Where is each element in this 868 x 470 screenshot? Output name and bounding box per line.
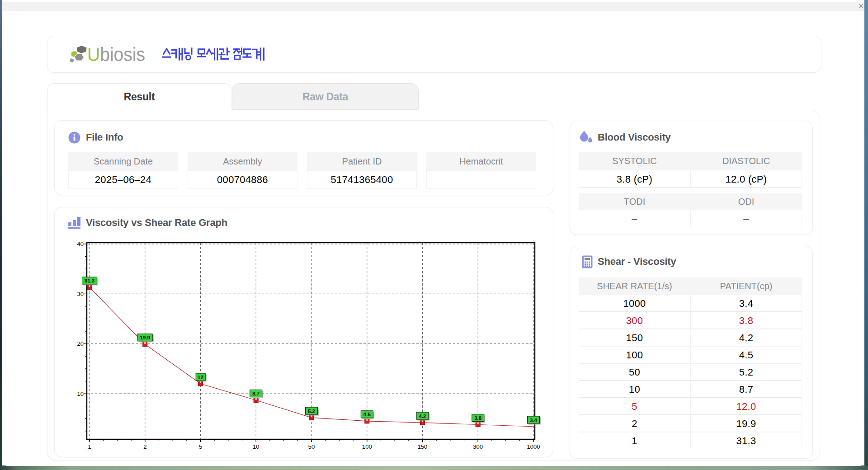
svg-text:100: 100 — [362, 443, 372, 450]
svg-text:4.2: 4.2 — [419, 414, 426, 419]
svg-text:3.8: 3.8 — [474, 415, 482, 421]
svg-text:300: 300 — [473, 443, 483, 450]
svg-text:3.4: 3.4 — [530, 418, 538, 423]
svg-text:5.2: 5.2 — [308, 409, 315, 414]
svg-text:20: 20 — [77, 340, 84, 347]
svg-text:19.9: 19.9 — [140, 335, 150, 340]
svg-text:31.3: 31.3 — [85, 278, 94, 283]
svg-text:Ubiosis: Ubiosis — [87, 43, 145, 65]
svg-text:1: 1 — [88, 443, 91, 450]
svg-text:30: 30 — [77, 291, 84, 297]
svg-text:12: 12 — [198, 375, 203, 380]
svg-text:10: 10 — [77, 390, 84, 397]
svg-text:40: 40 — [77, 240, 84, 247]
svg-text:150: 150 — [418, 443, 428, 450]
svg-text:50: 50 — [308, 443, 315, 450]
svg-text:2: 2 — [143, 443, 146, 450]
svg-text:4.5: 4.5 — [363, 412, 371, 417]
svg-text:1000: 1000 — [527, 443, 540, 450]
svg-text:5: 5 — [199, 443, 202, 450]
svg-text:8.7: 8.7 — [252, 391, 259, 396]
svg-text:10: 10 — [253, 443, 259, 450]
